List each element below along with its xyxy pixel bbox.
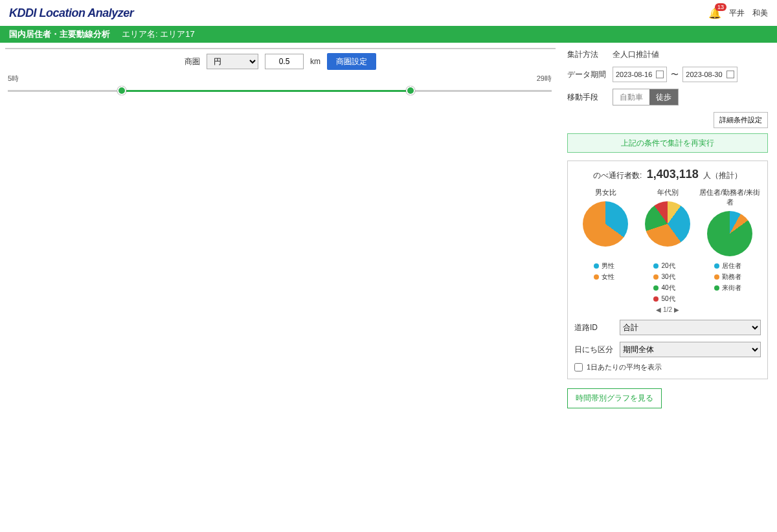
calendar-icon bbox=[726, 71, 734, 78]
area-name: エリア17 bbox=[160, 29, 194, 39]
notification-bell-icon[interactable]: 🔔13 bbox=[708, 7, 721, 19]
chart-pager[interactable]: ◀ 1/2 ▶ bbox=[574, 306, 761, 313]
gender-pie-chart bbox=[583, 201, 628, 247]
range-label: 商圏 bbox=[185, 56, 200, 67]
analysis-title: 国内居住者・主要動線分析 bbox=[9, 28, 110, 40]
rerun-button[interactable]: 上記の条件で集計を再実行 bbox=[567, 133, 768, 153]
hourly-graph-button[interactable]: 時間帯別グラフを見る bbox=[567, 388, 662, 408]
transport-mode-toggle[interactable]: 自動車 徒歩 bbox=[613, 89, 679, 105]
map-canvas[interactable]: × 道路ID : 26218823 765,587 人 × 道路ID : 262… bbox=[5, 48, 556, 49]
detail-settings-button[interactable]: 詳細条件設定 bbox=[714, 112, 768, 128]
username-label[interactable]: 平井 和美 bbox=[729, 8, 768, 19]
date-to-input[interactable]: 2023-08-30 bbox=[682, 67, 737, 82]
mode-car-option[interactable]: 自動車 bbox=[613, 89, 649, 105]
range-shape-select[interactable]: 円 bbox=[207, 54, 258, 69]
notification-count-badge: 13 bbox=[715, 3, 726, 11]
range-radius-input[interactable] bbox=[265, 54, 304, 69]
calendar-icon bbox=[656, 71, 664, 78]
road-id-select[interactable]: 合計 bbox=[620, 320, 761, 335]
apply-range-button[interactable]: 商圏設定 bbox=[327, 53, 376, 70]
total-count: 1,403,118 bbox=[647, 168, 699, 181]
mode-walk-option[interactable]: 徒歩 bbox=[649, 89, 678, 105]
context-bar: 国内居住者・主要動線分析 エリア名: エリア17 bbox=[0, 26, 777, 43]
summary-panel: のべ通行者数: 1,403,118 人（推計） 男女比 年代別 居住者/勤務者/… bbox=[567, 161, 768, 379]
day-segment-select[interactable]: 期間全体 bbox=[620, 342, 761, 357]
method-value: 全人口推計値 bbox=[613, 49, 659, 60]
age-pie-chart bbox=[645, 201, 690, 247]
daily-average-checkbox[interactable] bbox=[574, 363, 583, 371]
time-range-slider[interactable]: 5時 29時 bbox=[8, 74, 552, 96]
date-from-input[interactable]: 2023-08-16 bbox=[613, 67, 667, 82]
slider-handle-end[interactable] bbox=[406, 86, 415, 95]
visitor-type-pie-chart bbox=[707, 211, 752, 256]
app-logo: KDDI Location Analyzer bbox=[9, 6, 133, 20]
slider-handle-start[interactable] bbox=[117, 86, 126, 95]
